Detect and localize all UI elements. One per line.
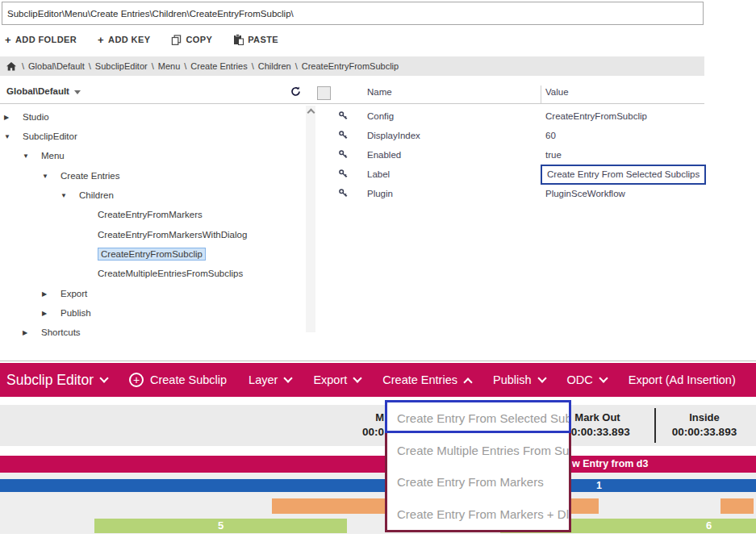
menu-item-export[interactable]: Export [313,373,361,386]
timecode-value-partial: 00:0 [362,425,384,440]
breadcrumb-item-children[interactable]: Children [258,61,291,71]
tree-item-createentryfrommarkerswithdialog[interactable]: CreateEntryFromMarkersWithDialog [98,226,247,244]
property-value[interactable]: 60 [545,127,556,144]
key-icon[interactable] [339,150,348,159]
tree-scrollbar[interactable] [306,106,315,332]
timecode-label-partial: M [362,411,384,425]
property-name[interactable]: Enabled [367,146,401,164]
menu-item-create-subclip[interactable]: + Create Subclip [129,373,227,387]
paste-button[interactable]: PASTE [233,34,278,45]
expander-collapsed-icon[interactable] [42,310,55,317]
timecode-block-inside: Inside 00:00:33.893 [656,411,753,440]
property-name[interactable]: Plugin [367,185,393,202]
property-value[interactable]: CreateEntryFromSubclip [545,107,647,125]
breadcrumb-item-global-default[interactable]: Global\Default [28,61,85,71]
key-icon[interactable] [339,169,348,178]
entry-track-label: w Entry from d3 [572,456,648,473]
plus-icon: + [98,35,104,45]
copy-button[interactable]: COPY [171,35,212,45]
property-name[interactable]: Config [367,107,394,125]
copy-icon [171,35,182,45]
green-segment-label: 6 [706,519,712,533]
breadcrumb-item-createentryfromsubclip[interactable]: CreateEntryFromSubclip [302,61,399,71]
breadcrumb-item-subclipeditor[interactable]: SubclipEditor [95,61,148,71]
expander-collapsed-icon[interactable] [4,114,17,121]
key-icon[interactable] [339,189,348,198]
key-icon[interactable] [339,111,348,120]
property-value[interactable]: PluginSceWorkflow [545,185,625,202]
tree-item-create-entries[interactable]: Create Entries [42,167,120,185]
paste-icon [233,34,244,45]
plus-icon: + [5,35,11,45]
scroll-up-icon[interactable] [307,109,315,117]
table-row-config: Config CreateEntryFromSubclip [316,107,704,125]
tree-item-menu[interactable]: Menu [23,147,65,165]
breadcrumb-separator: \ [291,61,302,71]
chevron-down-icon [599,373,608,382]
dropdown-item-create-entry-from-markers[interactable]: Create Entry From Markers [387,466,569,498]
value-column-header: Value [545,87,569,97]
breadcrumb: \ Global\Default \ SubclipEditor \ Menu … [0,56,704,76]
green-segment-label: 5 [218,519,223,532]
section-divider [0,361,756,361]
expander-expanded-icon[interactable] [61,192,73,199]
timecode-bar: M 00:0 Mark Out 00:00:33.893 Inside 00:0… [0,405,756,446]
chevron-up-icon [463,377,472,386]
home-icon[interactable] [6,62,16,71]
expander-collapsed-icon[interactable] [42,290,55,298]
breadcrumb-separator: \ [18,61,28,71]
name-column-header: Name [367,87,392,97]
property-value[interactable]: true [545,146,562,164]
add-folder-label: ADD FOLDER [15,35,77,44]
chevron-down-icon [353,373,362,382]
scope-selector[interactable]: Global\Default [6,86,81,96]
property-value-highlighted[interactable]: Create Entry From Selected Subclips [541,165,706,185]
create-entries-dropdown: Create Entry From Selected Sub... Create… [385,400,571,532]
column-divider [541,85,541,103]
marker-track[interactable]: 1 [0,479,756,492]
tree-item-export[interactable]: Export [42,285,87,302]
tree-item-subclipeditor[interactable]: SubclipEditor [4,127,77,145]
tree-item-createentryfromsubclip-selected[interactable]: CreateEntryFromSubclip [98,245,206,263]
app-screen: + ADD FOLDER + ADD KEY COPY PASTE \ Glob… [0,0,756,542]
tree-item-createentryfrommarkers[interactable]: CreateEntryFromMarkers [98,206,203,223]
key-icon[interactable] [339,131,348,140]
add-folder-button[interactable]: + ADD FOLDER [5,35,77,45]
tree-item-children[interactable]: Children [61,186,114,204]
property-name[interactable]: DisplayIndex [367,127,420,144]
tree-item-publish[interactable]: Publish [42,304,91,322]
expander-collapsed-icon[interactable] [23,329,36,336]
add-key-label: ADD KEY [108,35,150,44]
property-name[interactable]: Label [367,165,390,183]
breadcrumb-separator: \ [180,61,190,71]
dropdown-item-create-entry-from-selected-subclips[interactable]: Create Entry From Selected Sub... [387,402,569,435]
breadcrumb-item-menu[interactable]: Menu [158,61,181,71]
path-input[interactable] [2,2,704,25]
menu-item-export-ad-insertion[interactable]: Export (Ad Insertion) [629,373,736,386]
add-key-button[interactable]: + ADD KEY [98,35,150,45]
dropdown-item-create-multiple-entries-from-subclips[interactable]: Create Multiple Entries From Su... [387,435,569,467]
expander-expanded-icon[interactable] [42,173,55,180]
refresh-icon[interactable] [290,86,301,97]
breadcrumb-item-create-entries[interactable]: Create Entries [190,61,247,71]
menu-item-publish[interactable]: Publish [493,373,545,386]
chevron-down-icon [537,373,546,382]
plus-circle-icon: + [129,373,144,387]
menu-item-layer[interactable]: Layer [249,373,291,386]
expander-expanded-icon[interactable] [23,152,36,160]
entry-track[interactable]: w Entry from d3 [0,456,756,473]
select-all-checkbox[interactable] [317,86,331,100]
tree-item-createmultipleentriesfromsubclips[interactable]: CreateMultipleEntriesFromSubclips [98,265,243,282]
expander-expanded-icon[interactable] [4,133,17,140]
table-row-enabled: Enabled true [316,146,704,164]
dropdown-item-create-entry-from-markers-dlg[interactable]: Create Entry From Markers + Dlg [387,498,569,531]
menu-item-odc[interactable]: ODC [567,373,607,386]
tree-item-shortcuts[interactable]: Shortcuts [23,323,81,341]
green-segment-5[interactable]: 5 [94,519,347,533]
table-row-plugin: Plugin PluginSceWorkflow [316,185,704,202]
menu-item-create-entries-open[interactable]: Create Entries [382,373,471,386]
scope-label: Global\Default [6,86,69,96]
tree-item-studio[interactable]: Studio [4,108,49,126]
menubar-title-subclip-editor[interactable]: Subclip Editor [6,372,107,389]
orange-segment-2[interactable] [720,498,754,514]
